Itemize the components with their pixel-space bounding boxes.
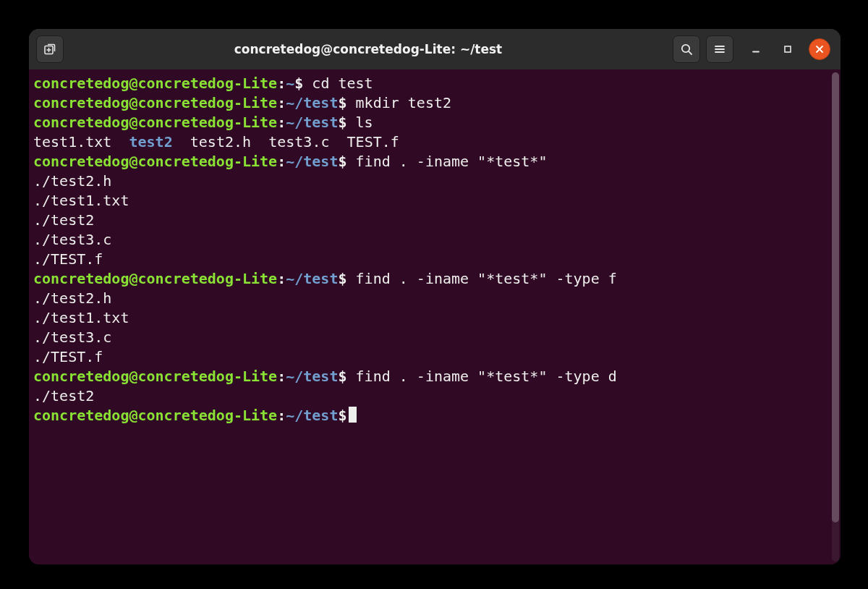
prompt-path: ~/test [286, 407, 338, 424]
maximize-button[interactable] [777, 38, 799, 60]
terminal-content[interactable]: concretedog@concretedog-Lite:~$ cd testc… [29, 69, 830, 564]
window-title: concretedog@concretedog-Lite: ~/test [69, 42, 667, 56]
terminal-viewport[interactable]: concretedog@concretedog-Lite:~$ cd testc… [29, 69, 841, 564]
prompt-path: ~/test [286, 114, 338, 131]
prompt-dollar: $ [338, 270, 346, 287]
space [347, 114, 356, 131]
ls-output: test1.txt test2 test2.h test3.c TEST.f [33, 132, 830, 152]
prompt-dollar: $ [338, 94, 346, 111]
prompt-line: concretedog@concretedog-Lite:~/test$ mkd… [33, 93, 830, 113]
scrollbar-thumb[interactable] [832, 72, 839, 522]
prompt-user-host: concretedog@concretedog-Lite [33, 94, 277, 111]
output-line: ./test2.h [33, 171, 830, 191]
prompt-sep: : [277, 368, 286, 385]
prompt-dollar: $ [294, 75, 303, 92]
titlebar: concretedog@concretedog-Lite: ~/test [29, 29, 841, 69]
ls-file: test3.c [268, 133, 329, 151]
prompt-sep: : [277, 114, 286, 131]
prompt-user-host: concretedog@concretedog-Lite [33, 153, 277, 170]
prompt-sep: : [277, 75, 286, 92]
hamburger-icon [712, 42, 727, 56]
minimize-icon [751, 44, 761, 54]
prompt-path: ~/test [286, 94, 338, 111]
prompt-path: ~/test [286, 368, 338, 385]
scrollbar[interactable] [832, 72, 839, 562]
prompt-user-host: concretedog@concretedog-Lite [33, 407, 277, 424]
output-line: ./test3.c [33, 230, 830, 250]
prompt-user-host: concretedog@concretedog-Lite [33, 368, 277, 385]
new-tab-icon [43, 42, 57, 56]
prompt-dollar: $ [338, 153, 346, 170]
output-line: ./test1.txt [33, 191, 830, 211]
output-line: ./test2.h [33, 289, 830, 308]
prompt-line-current: concretedog@concretedog-Lite:~/test$ [33, 406, 830, 425]
terminal-window: concretedog@concretedog-Lite: ~/test [29, 29, 841, 564]
command-text: find . -iname "*test*" -type d [356, 368, 617, 385]
ls-file: TEST.f [347, 133, 399, 151]
output-line: ./test2 [33, 211, 830, 230]
prompt-user-host: concretedog@concretedog-Lite [33, 270, 277, 287]
space [251, 133, 268, 151]
prompt-user-host: concretedog@concretedog-Lite [33, 75, 277, 92]
prompt-line: concretedog@concretedog-Lite:~/test$ ls [33, 113, 830, 132]
output-line: ./test3.c [33, 328, 830, 347]
prompt-sep: : [277, 407, 286, 424]
space [329, 133, 346, 151]
prompt-line: concretedog@concretedog-Lite:~/test$ fin… [33, 152, 830, 171]
search-icon [679, 42, 694, 56]
space [347, 270, 356, 287]
ls-file: test1.txt [33, 133, 111, 151]
ls-directory: test2 [129, 133, 172, 151]
search-button[interactable] [673, 35, 700, 63]
output-line: ./TEST.f [33, 347, 830, 367]
prompt-user-host: concretedog@concretedog-Lite [33, 114, 277, 131]
space [347, 94, 356, 111]
prompt-path: ~/test [286, 153, 338, 170]
prompt-sep: : [277, 153, 286, 170]
prompt-dollar: $ [338, 407, 346, 424]
minimize-button[interactable] [745, 38, 767, 60]
close-button[interactable] [809, 38, 830, 60]
close-icon [815, 45, 824, 54]
command-text: cd test [312, 75, 373, 92]
output-line: ./test1.txt [33, 308, 830, 328]
space [347, 368, 356, 385]
prompt-dollar: $ [338, 368, 346, 385]
space [347, 153, 356, 170]
command-text: ls [356, 114, 373, 131]
svg-rect-2 [785, 46, 791, 52]
maximize-icon [783, 44, 793, 54]
prompt-path: ~ [286, 75, 294, 92]
prompt-line: concretedog@concretedog-Lite:~/test$ fin… [33, 269, 830, 289]
output-line: ./test2 [33, 386, 830, 406]
ls-file: test2.h [190, 133, 251, 151]
new-tab-button[interactable] [36, 35, 64, 63]
command-text: mkdir test2 [356, 94, 451, 111]
prompt-line: concretedog@concretedog-Lite:~/test$ fin… [33, 367, 830, 386]
prompt-sep: : [277, 94, 286, 111]
command-text: find . -iname "*test*" [356, 153, 548, 170]
menu-button[interactable] [706, 35, 733, 63]
prompt-dollar: $ [338, 114, 346, 131]
prompt-path: ~/test [286, 270, 338, 287]
space [111, 133, 129, 151]
space [173, 133, 190, 151]
prompt-sep: : [277, 270, 286, 287]
prompt-line: concretedog@concretedog-Lite:~$ cd test [33, 74, 830, 93]
output-line: ./TEST.f [33, 250, 830, 269]
command-text: find . -iname "*test*" -type f [356, 270, 617, 287]
space [303, 75, 312, 92]
window-controls [745, 38, 830, 60]
cursor [349, 407, 357, 423]
